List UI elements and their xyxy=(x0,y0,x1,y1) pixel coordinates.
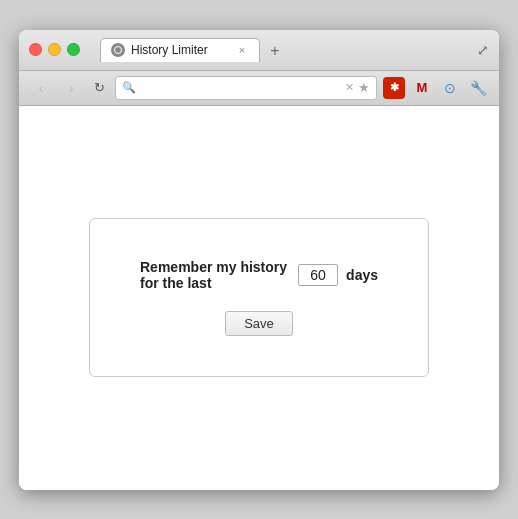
extension-red-button[interactable]: ✱ xyxy=(383,77,405,99)
title-bar: History Limiter × + ⤢ xyxy=(19,30,499,71)
days-label: days xyxy=(346,267,378,283)
globe-button[interactable]: ⊙ xyxy=(439,77,461,99)
address-input[interactable] xyxy=(140,81,341,95)
address-icon: 🔍 xyxy=(122,81,136,94)
history-row: Remember my history for the last days xyxy=(140,259,378,291)
history-card: Remember my history for the last days Sa… xyxy=(89,218,429,377)
new-tab-button[interactable]: + xyxy=(264,40,286,62)
wrench-button[interactable]: 🔧 xyxy=(467,77,489,99)
tab-favicon xyxy=(111,43,125,57)
address-bar[interactable]: 🔍 ✕ ★ xyxy=(115,76,377,100)
active-tab[interactable]: History Limiter × xyxy=(100,38,260,62)
ssl-icon: ✕ xyxy=(345,81,354,94)
bookmark-icon[interactable]: ★ xyxy=(358,80,370,95)
back-button[interactable]: ‹ xyxy=(29,76,53,100)
maximize-button[interactable] xyxy=(67,43,80,56)
gmail-button[interactable]: M xyxy=(411,77,433,99)
traffic-lights xyxy=(29,43,80,56)
page-content: Remember my history for the last days Sa… xyxy=(19,106,499,490)
forward-button[interactable]: › xyxy=(59,76,83,100)
toolbar: ‹ › ↻ 🔍 ✕ ★ ✱ M ⊙ 🔧 xyxy=(19,71,499,106)
tab-strip: History Limiter × + xyxy=(100,38,477,62)
wrench-icon: 🔧 xyxy=(470,80,487,96)
minimize-button[interactable] xyxy=(48,43,61,56)
tab-title: History Limiter xyxy=(131,43,229,57)
browser-window: History Limiter × + ⤢ ‹ › ↻ 🔍 ✕ ★ ✱ xyxy=(19,30,499,490)
refresh-button[interactable]: ↻ xyxy=(89,78,109,98)
save-button[interactable]: Save xyxy=(225,311,293,336)
close-button[interactable] xyxy=(29,43,42,56)
tab-close-button[interactable]: × xyxy=(235,43,249,57)
history-label: Remember my history for the last xyxy=(140,259,290,291)
days-input[interactable] xyxy=(298,264,338,286)
expand-button[interactable]: ⤢ xyxy=(477,42,489,58)
